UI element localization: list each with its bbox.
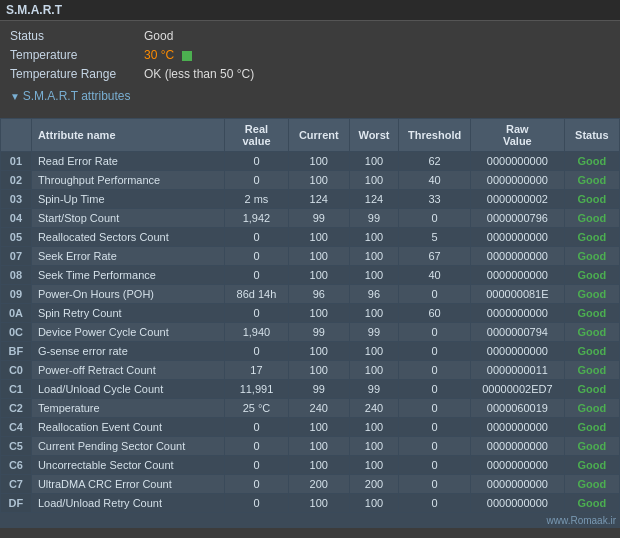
row-threshold: 0 [399,284,471,303]
row-current: 100 [288,303,349,322]
row-num: 09 [1,284,32,303]
row-num: 03 [1,189,32,208]
temp-range-row: Temperature Range OK (less than 50 °C) [10,65,610,84]
row-attr-name: Temperature [31,398,224,417]
row-attr-name: G-sense error rate [31,341,224,360]
col-worst: Worst [349,118,399,151]
row-attr-name: Reallocated Sectors Count [31,227,224,246]
row-raw: 0000000000 [470,265,564,284]
row-attr-name: Power-On Hours (POH) [31,284,224,303]
row-attr-name: Read Error Rate [31,151,224,170]
row-raw: 0000000000 [470,455,564,474]
temp-range-value: OK (less than 50 °C) [144,65,254,84]
row-current: 100 [288,227,349,246]
row-real: 1,940 [224,322,288,341]
row-num: C1 [1,379,32,398]
row-status: Good [564,322,619,341]
row-threshold: 40 [399,265,471,284]
status-row: Status Good [10,27,610,46]
row-num: C5 [1,436,32,455]
row-worst: 100 [349,151,399,170]
row-current: 100 [288,341,349,360]
row-attr-name: Seek Error Rate [31,246,224,265]
row-worst: 99 [349,379,399,398]
row-num: C0 [1,360,32,379]
row-worst: 100 [349,493,399,512]
row-raw: 0000000000 [470,493,564,512]
row-raw: 000000081E [470,284,564,303]
row-real: 0 [224,265,288,284]
row-current: 100 [288,265,349,284]
row-threshold: 0 [399,398,471,417]
row-threshold: 40 [399,170,471,189]
row-real: 1,942 [224,208,288,227]
table-row: 02Throughput Performance0100100400000000… [1,170,620,189]
row-attr-name: Start/Stop Count [31,208,224,227]
row-raw: 0000000002 [470,189,564,208]
table-row: C5Current Pending Sector Count0100100000… [1,436,620,455]
row-threshold: 0 [399,379,471,398]
row-worst: 100 [349,265,399,284]
row-raw: 0000000011 [470,360,564,379]
row-status: Good [564,265,619,284]
row-worst: 124 [349,189,399,208]
row-worst: 100 [349,341,399,360]
row-current: 100 [288,360,349,379]
table-row: BFG-sense error rate010010000000000000Go… [1,341,620,360]
row-status: Good [564,170,619,189]
row-num: 0A [1,303,32,322]
col-status: Status [564,118,619,151]
row-current: 99 [288,322,349,341]
row-attr-name: Power-off Retract Count [31,360,224,379]
temp-icon [182,51,192,61]
row-attr-name: Device Power Cycle Count [31,322,224,341]
row-num: 08 [1,265,32,284]
row-real: 0 [224,436,288,455]
row-worst: 100 [349,246,399,265]
row-attr-name: Throughput Performance [31,170,224,189]
row-attr-name: Spin Retry Count [31,303,224,322]
row-status: Good [564,341,619,360]
row-raw: 0000000000 [470,341,564,360]
row-worst: 100 [349,436,399,455]
row-raw: 0000000000 [470,474,564,493]
row-threshold: 0 [399,474,471,493]
table-row: 01Read Error Rate0100100620000000000Good [1,151,620,170]
row-current: 100 [288,455,349,474]
col-real-value: Realvalue [224,118,288,151]
row-real: 0 [224,303,288,322]
table-row: 04Start/Stop Count1,942999900000000796Go… [1,208,620,227]
row-num: C2 [1,398,32,417]
row-status: Good [564,493,619,512]
row-num: BF [1,341,32,360]
attributes-link[interactable]: S.M.A.R.T attributes [10,85,131,108]
table-container: Attribute name Realvalue Current Worst T… [0,118,620,528]
smart-table: Attribute name Realvalue Current Worst T… [0,118,620,513]
row-raw: 0000000000 [470,303,564,322]
row-raw: 0000000000 [470,246,564,265]
row-status: Good [564,417,619,436]
row-threshold: 0 [399,341,471,360]
temp-label: Temperature [10,46,140,65]
row-real: 0 [224,227,288,246]
row-real: 2 ms [224,189,288,208]
table-row: 07Seek Error Rate0100100670000000000Good [1,246,620,265]
row-raw: 0000060019 [470,398,564,417]
row-attr-name: Current Pending Sector Count [31,436,224,455]
row-status: Good [564,208,619,227]
row-current: 100 [288,436,349,455]
col-raw-value: RawValue [470,118,564,151]
row-worst: 100 [349,303,399,322]
row-status: Good [564,189,619,208]
row-status: Good [564,436,619,455]
row-worst: 100 [349,360,399,379]
table-header-row: Attribute name Realvalue Current Worst T… [1,118,620,151]
status-value: Good [144,27,173,46]
table-row: 03Spin-Up Time2 ms124124330000000002Good [1,189,620,208]
row-status: Good [564,303,619,322]
row-raw: 0000000000 [470,170,564,189]
temp-range-label: Temperature Range [10,65,140,84]
title-label: S.M.A.R.T [6,3,62,17]
watermark: www.Romaak.ir [0,513,620,528]
table-row: C4Reallocation Event Count01001000000000… [1,417,620,436]
